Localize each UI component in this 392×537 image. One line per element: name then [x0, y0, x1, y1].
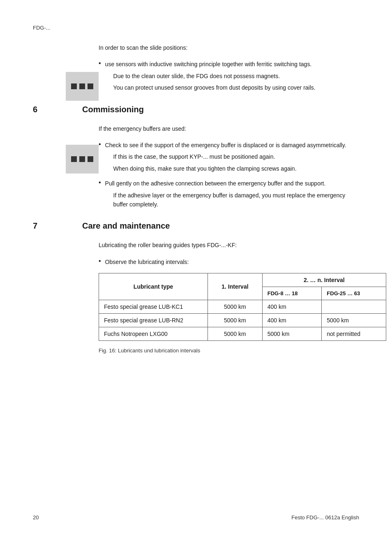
section-7: 7 Care and maintenance Lubricating the r…	[33, 221, 359, 354]
fdg25-2: 5000 km	[322, 314, 386, 327]
table-row: Festo special grease LUB-KC1 5000 km 400…	[99, 300, 386, 314]
lubricant-name-1: Festo special grease LUB-KC1	[99, 300, 208, 314]
dot4	[71, 156, 77, 162]
fdg25-3: not permitted	[322, 327, 386, 341]
bullet-content: Check to see if the support of the emerg…	[105, 141, 346, 173]
lubricant-name-2: Festo special grease LUB-RN2	[99, 314, 208, 327]
image-dots	[71, 83, 93, 89]
list-item: • Pull gently on the adhesive connection…	[99, 179, 359, 209]
table-header-row: Lubricant type 1. Interval 2. … n. Inter…	[99, 273, 386, 287]
sub-line-1: If the adhesive layer or the emergency b…	[113, 191, 359, 209]
bullet-text: Check to see if the support of the emerg…	[105, 142, 346, 148]
sub-line-1: Due to the clean outer slide, the FDG do…	[113, 72, 316, 81]
table-row: Fuchs Notropeen LXG00 5000 km 5000 km no…	[99, 327, 386, 341]
maintenance-bullet: • Observe the lubricating intervals:	[99, 257, 359, 266]
page-header: FDG-...	[33, 25, 359, 31]
page-footer: 20 Festo FDG-... 0612a English	[33, 514, 359, 521]
section-6-number: 6	[33, 105, 82, 114]
sensor-bullets: • use sensors with inductive switching p…	[99, 60, 359, 92]
col-header-interval1: 1. Interval	[208, 273, 263, 300]
bullet-content: Pull gently on the adhesive connection b…	[105, 179, 359, 209]
sensor-intro-text: In order to scan the slide positions:	[99, 44, 187, 51]
sensor-intro: In order to scan the slide positions:	[99, 43, 359, 52]
image-dots-2	[71, 156, 93, 162]
bullet-content: use sensors with inductive switching pri…	[105, 60, 316, 92]
document-title: FDG-...	[33, 25, 51, 31]
table-row: Festo special grease LUB-RN2 5000 km 400…	[99, 314, 386, 327]
dot2	[79, 83, 85, 89]
section-7-title: Care and maintenance	[82, 221, 170, 231]
bullet-icon: •	[99, 141, 101, 148]
section-6-intro: If the emergency buffers are used:	[99, 124, 359, 133]
list-item: • Observe the lubricating intervals:	[99, 257, 359, 266]
section-6-intro-text: If the emergency buffers are used:	[99, 125, 186, 132]
sub-line-2: When doing this, make sure that you tigh…	[113, 164, 346, 173]
lubricant-name-3: Fuchs Notropeen LXG00	[99, 327, 208, 341]
page-number: 20	[33, 514, 39, 521]
bullet-icon: •	[99, 257, 101, 265]
section-6-heading: 6 Commissioning	[33, 105, 359, 114]
dot5	[79, 156, 85, 162]
section-7-intro-text: Lubricating the roller bearing guides ty…	[99, 242, 237, 248]
sensor-image	[66, 72, 99, 101]
section-7-number: 7	[33, 221, 82, 231]
interval1-3: 5000 km	[208, 327, 263, 341]
list-item: • use sensors with inductive switching p…	[99, 60, 359, 92]
col-header-interval2: 2. … n. Interval	[262, 273, 386, 287]
bullet-text: Pull gently on the adhesive connection b…	[105, 180, 326, 187]
lubrication-table: Lubricant type 1. Interval 2. … n. Inter…	[99, 273, 386, 341]
fdg8-3: 5000 km	[262, 327, 322, 341]
sensor-section: • use sensors with inductive switching p…	[33, 60, 359, 92]
bullet-text: Observe the lubricating intervals:	[105, 257, 189, 266]
table-container: Lubricant type 1. Interval 2. … n. Inter…	[99, 273, 359, 354]
col-header-fdg8: FDG-8 … 18	[262, 287, 322, 300]
page: FDG-... In order to scan the slide posit…	[0, 0, 392, 537]
sub-line-2: You can protect unused sensor grooves fr…	[113, 83, 316, 92]
interval1-2: 5000 km	[208, 314, 263, 327]
section-7-intro: Lubricating the roller bearing guides ty…	[99, 241, 359, 250]
section-6: 6 Commissioning If the emergency buffers…	[33, 105, 359, 209]
sub-line-1: If this is the case, the support KYP-...…	[113, 152, 346, 161]
fig-caption: Fig. 16: Lubricants und lubrication inte…	[99, 347, 359, 354]
bullet-icon: •	[99, 60, 101, 67]
fdg8-2: 400 km	[262, 314, 322, 327]
section-7-heading: 7 Care and maintenance	[33, 221, 359, 231]
interval1-1: 5000 km	[208, 300, 263, 314]
dot1	[71, 83, 77, 89]
commissioning-content: • Check to see if the support of the eme…	[33, 141, 359, 209]
bullet-text: use sensors with inductive switching pri…	[105, 61, 312, 67]
dot6	[88, 156, 93, 162]
col-header-fdg25: FDG-25 … 63	[322, 287, 386, 300]
fdg25-1	[322, 300, 386, 314]
product-info: Festo FDG-... 0612a English	[291, 514, 359, 521]
list-item: • Check to see if the support of the eme…	[99, 141, 359, 173]
commissioning-image	[66, 145, 99, 174]
commissioning-bullets: • Check to see if the support of the eme…	[99, 141, 359, 209]
fdg8-1: 400 km	[262, 300, 322, 314]
bullet-icon: •	[99, 179, 101, 186]
col-header-lubricant: Lubricant type	[99, 273, 208, 300]
dot3	[88, 83, 93, 89]
section-6-title: Commissioning	[82, 105, 144, 114]
